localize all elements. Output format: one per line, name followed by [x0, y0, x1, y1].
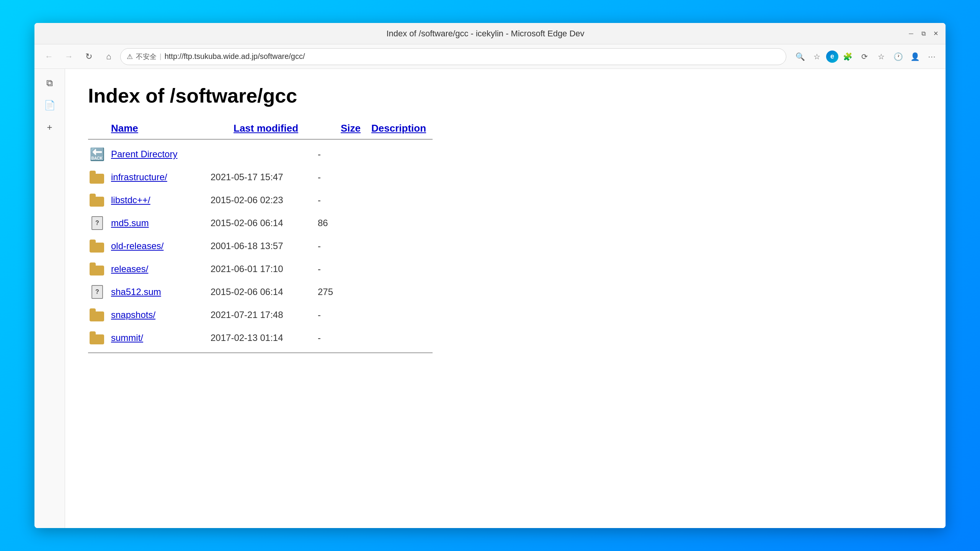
history-button[interactable]: 🕐: [890, 49, 906, 64]
security-warning-text: 不安全: [136, 52, 157, 61]
address-url: http://ftp.tsukuba.wide.ad.jp/software/g…: [165, 52, 780, 61]
page-title: Index of /software/gcc: [88, 84, 923, 107]
back-button[interactable]: ←: [41, 48, 57, 65]
row-modified: 2017-02-13 01:14: [211, 333, 318, 343]
row-name[interactable]: summit/: [111, 333, 211, 343]
file-icon: ?: [91, 285, 103, 299]
col-modified-header[interactable]: Last modified: [234, 122, 341, 134]
file-icon: ?: [91, 216, 103, 230]
col-desc-header[interactable]: Description: [371, 122, 426, 134]
row-name[interactable]: releases/: [111, 264, 211, 274]
row-modified: 2021-05-17 15:47: [211, 172, 318, 183]
address-divider: |: [160, 52, 162, 60]
sidebar-tabs-button[interactable]: ⧉: [40, 73, 59, 93]
browser-toolbar-icons: 🔍 ☆ e 🧩 ⟳ ☆ 🕐 👤 ⋯: [792, 49, 939, 64]
row-name[interactable]: md5.sum: [111, 218, 211, 228]
table-row: snapshots/ 2021-07-21 17:48 -: [88, 303, 433, 326]
row-icon: [88, 191, 106, 209]
file-rows: 🔙 Parent Directory - infrastructure/ 202…: [88, 143, 433, 349]
row-name[interactable]: libstdc++/: [111, 195, 211, 205]
table-row: 🔙 Parent Directory -: [88, 143, 433, 166]
table-row: releases/ 2021-06-01 17:10 -: [88, 258, 433, 280]
restore-button[interactable]: ⧉: [920, 30, 927, 37]
title-bar-controls: ─ ⧉ ✕: [907, 30, 939, 37]
sidebar-add-button[interactable]: +: [40, 118, 59, 137]
row-icon: ?: [88, 214, 106, 232]
row-icon: [88, 260, 106, 278]
row-name[interactable]: snapshots/: [111, 310, 211, 320]
page-content: Index of /software/gcc Name Last modifie…: [65, 69, 946, 528]
row-size: -: [318, 241, 348, 251]
folder-icon: [90, 308, 105, 321]
folder-icon: [90, 262, 105, 276]
table-row: libstdc++/ 2015-02-06 02:23 -: [88, 189, 433, 212]
row-name[interactable]: Parent Directory: [111, 149, 211, 160]
table-row: old-releases/ 2001-06-18 13:57 -: [88, 235, 433, 258]
row-modified: 2021-07-21 17:48: [211, 310, 318, 320]
extensions-button[interactable]: 🧩: [840, 49, 855, 64]
row-size: 275: [318, 287, 348, 297]
settings-button[interactable]: ⋯: [924, 49, 939, 64]
row-size: 86: [318, 218, 348, 228]
security-warning-icon: ⚠: [127, 52, 133, 61]
close-button[interactable]: ✕: [932, 30, 939, 37]
table-row: infrastructure/ 2021-05-17 15:47 -: [88, 166, 433, 189]
browser-title: Index of /software/gcc - icekylin - Micr…: [64, 29, 907, 39]
sidebar-reading-button[interactable]: 📄: [40, 96, 59, 115]
home-button[interactable]: ⌂: [100, 48, 117, 65]
search-button[interactable]: 🔍: [792, 49, 808, 64]
col-size-header[interactable]: Size: [341, 122, 371, 134]
row-name[interactable]: old-releases/: [111, 241, 211, 251]
address-bar[interactable]: ⚠ 不安全 | http://ftp.tsukuba.wide.ad.jp/so…: [120, 48, 786, 65]
row-size: -: [318, 264, 348, 274]
row-icon: [88, 168, 106, 186]
table-row: ? sha512.sum 2015-02-06 06:14 275: [88, 280, 433, 303]
row-name[interactable]: infrastructure/: [111, 172, 211, 183]
minimize-button[interactable]: ─: [907, 30, 915, 37]
browser-body: ⧉ 📄 + Index of /software/gcc Name Last m…: [34, 69, 946, 528]
file-listing: Name Last modified Size Description 🔙 Pa…: [88, 122, 433, 353]
row-name[interactable]: sha512.sum: [111, 287, 211, 297]
listing-header: Name Last modified Size Description: [88, 122, 433, 140]
sidebar: ⧉ 📄 +: [34, 69, 65, 528]
listing-footer: [88, 352, 433, 353]
edge-icon: e: [826, 51, 838, 63]
row-size: -: [318, 310, 348, 320]
row-modified: 2015-02-06 06:14: [211, 218, 318, 228]
row-icon: 🔙: [88, 145, 106, 163]
row-modified: 2015-02-06 02:23: [211, 195, 318, 205]
table-row: summit/ 2017-02-13 01:14 -: [88, 326, 433, 349]
row-icon: [88, 329, 106, 347]
nav-bar: ← → ↻ ⌂ ⚠ 不安全 | http://ftp.tsukuba.wide.…: [34, 44, 946, 69]
row-modified: 2001-06-18 13:57: [211, 241, 318, 251]
forward-button[interactable]: →: [60, 48, 77, 65]
account-button[interactable]: 👤: [907, 49, 923, 64]
row-icon: [88, 306, 106, 324]
row-modified: 2021-06-01 17:10: [211, 264, 318, 274]
row-size: -: [318, 333, 348, 343]
row-size: -: [318, 172, 348, 183]
row-size: -: [318, 149, 348, 160]
reload-button[interactable]: ⟳: [857, 49, 872, 64]
row-modified: 2015-02-06 06:14: [211, 287, 318, 297]
title-bar: Index of /software/gcc - icekylin - Micr…: [34, 23, 946, 44]
collections-button[interactable]: ☆: [874, 49, 889, 64]
folder-icon: [90, 331, 105, 344]
col-name-header[interactable]: Name: [111, 122, 234, 134]
browser-window: Index of /software/gcc - icekylin - Micr…: [34, 23, 946, 528]
row-icon: [88, 237, 106, 255]
favorites-button[interactable]: ☆: [809, 49, 825, 64]
row-icon: ?: [88, 283, 106, 301]
table-row: ? md5.sum 2015-02-06 06:14 86: [88, 212, 433, 235]
folder-icon: [90, 194, 105, 207]
refresh-button[interactable]: ↻: [80, 48, 97, 65]
row-size: -: [318, 195, 348, 205]
folder-icon: [90, 171, 105, 184]
folder-icon: [90, 240, 105, 253]
